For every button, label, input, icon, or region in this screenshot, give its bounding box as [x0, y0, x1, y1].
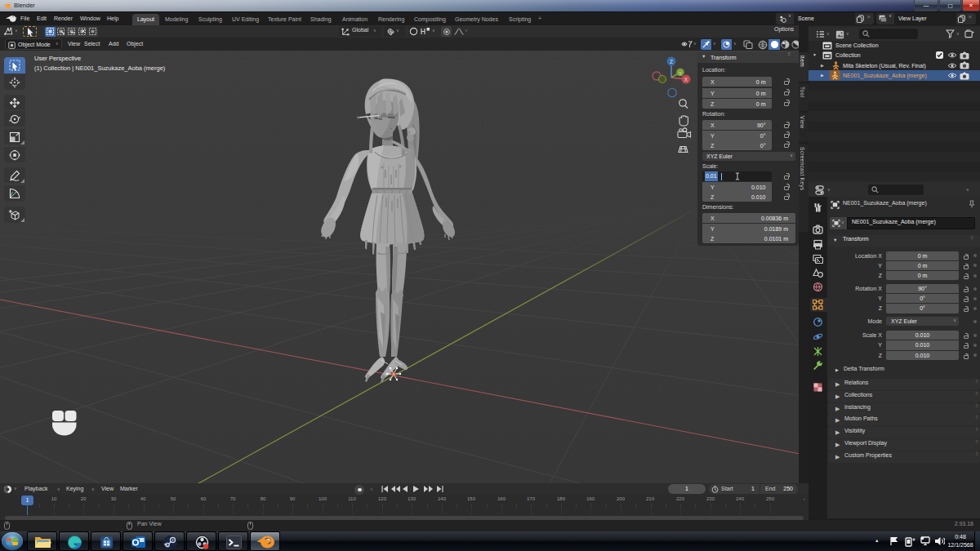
- svg-text:Y: Y: [679, 71, 682, 76]
- svg-text:Z: Z: [670, 59, 673, 64]
- svg-text:(1) Collection | NE001_Suzukaz: (1) Collection | NE001_Suzukaze_Aoba (me…: [34, 64, 166, 72]
- svg-text:User Perspective: User Perspective: [34, 55, 81, 62]
- svg-text:X: X: [684, 77, 688, 82]
